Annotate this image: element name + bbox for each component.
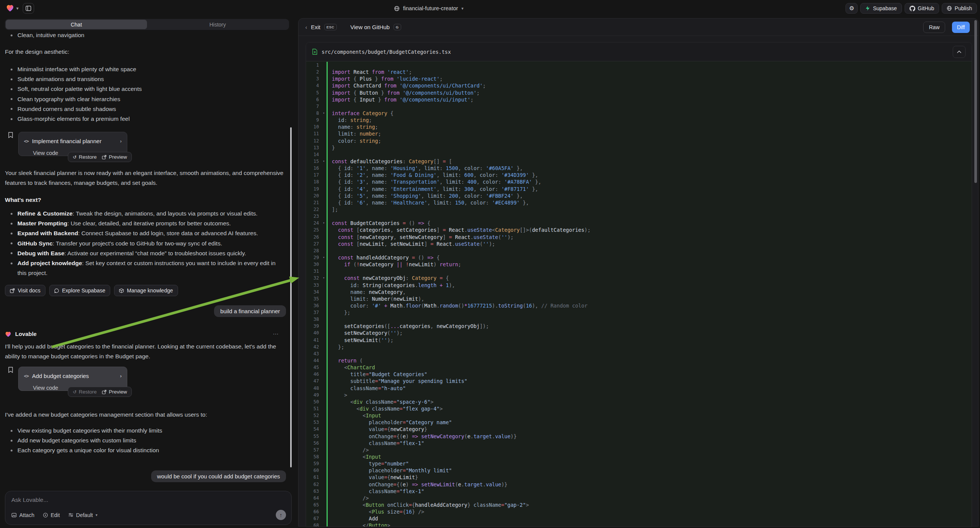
line-number: 20 bbox=[306, 192, 321, 199]
message-menu-ellipsis[interactable]: ⋯ bbox=[273, 329, 279, 339]
diff-toggle-button[interactable]: Diff bbox=[952, 22, 970, 33]
line-number: 19 bbox=[306, 186, 321, 192]
edit-target-icon bbox=[43, 512, 48, 518]
assistant-header: Lovable ⋯ bbox=[5, 329, 286, 339]
publish-label: Publish bbox=[955, 5, 972, 11]
version-card-implement-financial-planner[interactable]: <> Implement financial planner › View co… bbox=[18, 132, 127, 156]
settings-button[interactable]: ⚙ bbox=[846, 3, 858, 14]
code-icon: <> bbox=[24, 136, 29, 146]
code-lines[interactable]: 12import React from 'react';3import { Pl… bbox=[306, 62, 972, 526]
exit-button[interactable]: Exit bbox=[311, 24, 320, 30]
github-button[interactable]: GitHub bbox=[905, 3, 939, 14]
line-number: 3 bbox=[306, 75, 321, 82]
fold-chevron-icon[interactable]: ▾ bbox=[323, 275, 325, 281]
manage-knowledge-button[interactable]: Manage knowledge bbox=[114, 285, 178, 296]
list-item: Rounded corners and subtle shadows bbox=[5, 104, 286, 114]
external-link-icon bbox=[10, 288, 15, 293]
line-number: 60 bbox=[306, 467, 321, 474]
file-header[interactable]: src/components/budget/BudgetCategories.t… bbox=[306, 43, 972, 61]
code-line: 32▾ const newCategoryObj: Category = { bbox=[306, 275, 972, 281]
line-number: 15▾ bbox=[306, 158, 321, 165]
line-number: 61 bbox=[306, 474, 321, 481]
code-line: 49 > bbox=[306, 392, 972, 398]
view-on-github-button[interactable]: View on GitHub bbox=[350, 24, 390, 30]
code-line: 6import { Input } from '@/components/ui/… bbox=[306, 96, 972, 103]
version-card-add-budget-categories[interactable]: <> Add budget categories › View code ↺ R… bbox=[18, 367, 127, 391]
code-line: 61 value={newLimit} bbox=[306, 474, 972, 481]
fold-chevron-icon[interactable]: ▾ bbox=[323, 220, 325, 226]
code-line: 10 name: string; bbox=[306, 124, 972, 130]
code-scrollbar-thumb[interactable] bbox=[974, 20, 977, 183]
fold-chevron-icon[interactable]: ▾ bbox=[323, 158, 325, 165]
line-number: 31 bbox=[306, 268, 321, 275]
attach-image-icon bbox=[11, 512, 17, 518]
line-number: 9 bbox=[306, 117, 321, 124]
visit-docs-button[interactable]: Visit docs bbox=[5, 285, 45, 296]
line-number: 1 bbox=[306, 62, 321, 68]
line-number: 41 bbox=[306, 337, 321, 344]
mode-selector[interactable]: Default ▾ bbox=[68, 512, 97, 518]
code-line: 47 subtitle="Manage your spending limits… bbox=[306, 378, 972, 385]
line-number: 2 bbox=[306, 68, 321, 75]
line-number: 43 bbox=[306, 350, 321, 357]
whats-next-item: Debug with Ease: Activate our experiment… bbox=[5, 248, 286, 258]
code-line: 57 /> bbox=[306, 447, 972, 453]
project-selector[interactable]: financial-future-creator ▾ bbox=[394, 0, 464, 17]
file-card: src/components/budget/BudgetCategories.t… bbox=[306, 42, 972, 527]
line-number: 14 bbox=[306, 151, 321, 158]
code-line: 16 { id: '1', name: 'Housing', limit: 15… bbox=[306, 165, 972, 172]
restore-button[interactable]: ↺ Restore bbox=[73, 152, 97, 162]
code-line: 25 const [categories, setCategories] = R… bbox=[306, 226, 972, 233]
line-number: 29▾ bbox=[306, 254, 321, 261]
attach-button[interactable]: Attach bbox=[11, 512, 35, 518]
line-number: 45 bbox=[306, 364, 321, 371]
line-number: 66 bbox=[306, 508, 321, 515]
chat-scrollbar-thumb[interactable] bbox=[290, 127, 292, 468]
code-line: 21 { id: '6', name: 'Healthcare', limit:… bbox=[306, 199, 972, 206]
code-line: 23 bbox=[306, 213, 972, 220]
line-number: 17 bbox=[306, 172, 321, 178]
publish-button[interactable]: Publish bbox=[942, 3, 977, 14]
assistant-paragraph: Your sleek financial planner is now read… bbox=[5, 168, 286, 188]
edit-button[interactable]: Edit bbox=[43, 512, 60, 518]
line-number: 67 bbox=[306, 515, 321, 522]
code-view-panel: ‹ Exit ESC View on GitHub G Raw Diff src… bbox=[298, 18, 978, 526]
line-number: 28 bbox=[306, 247, 321, 254]
github-label: GitHub bbox=[918, 5, 935, 11]
line-number: 30 bbox=[306, 261, 321, 268]
line-number: 10 bbox=[306, 124, 321, 130]
bookmark-icon[interactable] bbox=[8, 132, 13, 138]
diff-added-bar bbox=[326, 213, 328, 220]
raw-toggle-button[interactable]: Raw bbox=[923, 22, 945, 33]
restore-button[interactable]: ↺ Restore bbox=[73, 387, 97, 397]
fold-chevron-icon[interactable]: ▾ bbox=[323, 110, 325, 117]
bookmark-icon[interactable] bbox=[8, 367, 13, 373]
github-icon bbox=[910, 6, 915, 11]
line-number: 22 bbox=[306, 206, 321, 213]
code-line: 43 bbox=[306, 350, 972, 357]
code-line: 26 const [newCategory, setNewCategory] =… bbox=[306, 234, 972, 240]
code-line: 8▾interface Category { bbox=[306, 110, 972, 117]
line-number: 6 bbox=[306, 96, 321, 103]
chat-input-box[interactable]: Ask Lovable... Attach Edit Default bbox=[5, 491, 292, 525]
preview-button[interactable]: Preview bbox=[102, 387, 127, 397]
list-item: Clean, intuitive navigation bbox=[5, 30, 286, 40]
restore-icon: ↺ bbox=[73, 387, 76, 397]
version-card-1-wrap: <> Implement financial planner › View co… bbox=[5, 132, 286, 167]
code-line: 68 </Button> bbox=[306, 522, 972, 527]
explore-supabase-button[interactable]: Explore Supabase bbox=[49, 285, 110, 296]
cut-bullet-list: Clean, intuitive navigation bbox=[5, 30, 286, 40]
code-line: 1 bbox=[306, 62, 972, 68]
code-line: 44 return ( bbox=[306, 357, 972, 364]
code-line: 42 }; bbox=[306, 344, 972, 350]
collapse-file-button[interactable] bbox=[953, 46, 966, 58]
line-number: 4 bbox=[306, 82, 321, 89]
fold-chevron-icon[interactable]: ▾ bbox=[323, 254, 325, 261]
whats-next-item: Refine & Customize: Tweak the design, an… bbox=[5, 209, 286, 219]
list-item: Glass-morphic elements for a premium fee… bbox=[5, 114, 286, 124]
list-item: Clean typography with clear hierarchies bbox=[5, 94, 286, 104]
preview-button[interactable]: Preview bbox=[102, 152, 127, 162]
send-button[interactable]: ↑ bbox=[276, 510, 286, 520]
supabase-button[interactable]: Supabase bbox=[860, 3, 902, 14]
external-link-icon bbox=[102, 155, 107, 159]
